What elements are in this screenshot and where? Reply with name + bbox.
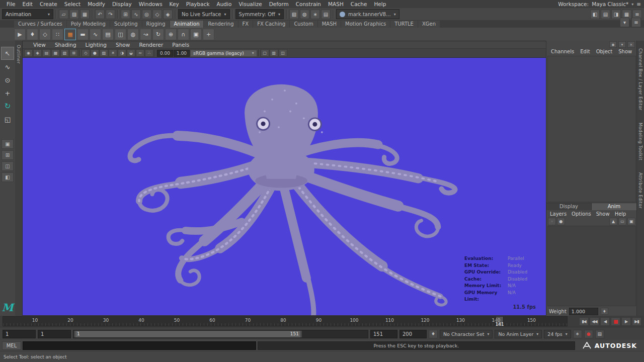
no-live-surface-field[interactable]: No Live Surface▾ bbox=[178, 9, 230, 19]
anti-alias-icon[interactable]: ∴ bbox=[145, 49, 153, 57]
step-forward-frame-button[interactable]: ▶ bbox=[621, 317, 631, 326]
close-panel-icon[interactable]: × bbox=[627, 41, 635, 48]
isolate-select-icon[interactable]: ▢ bbox=[261, 49, 269, 57]
shelf-tab-animation[interactable]: Animation bbox=[170, 21, 204, 28]
shelf-tab-curves-surfaces[interactable]: Curves / Surfaces bbox=[14, 21, 66, 28]
menu-set-dropdown[interactable]: Animation ▾ bbox=[2, 9, 53, 19]
viewport-menu-view[interactable]: View bbox=[29, 42, 50, 48]
animation-preferences-icon[interactable]: ▤ bbox=[595, 330, 604, 338]
menu-visualize[interactable]: Visualize bbox=[235, 1, 265, 7]
sidebar-tab-channel-box-layer-editor[interactable]: Channel Box / Layer Editor bbox=[638, 44, 643, 115]
lock-camera-icon[interactable]: ◈ bbox=[33, 49, 42, 57]
shelf-tab-poly-modeling[interactable]: Poly Modeling bbox=[67, 21, 110, 28]
undo-icon[interactable]: ↶ bbox=[95, 10, 105, 19]
command-input[interactable] bbox=[23, 341, 256, 350]
redo-icon[interactable]: ↷ bbox=[106, 10, 115, 19]
viewport-menu-shading[interactable]: Shading bbox=[50, 42, 81, 48]
go-to-end-button[interactable]: ▶▮ bbox=[632, 317, 641, 326]
shadows-icon[interactable]: ◑ bbox=[118, 49, 126, 57]
wireframe-icon[interactable]: ◇ bbox=[82, 49, 90, 57]
menu-select[interactable]: Select bbox=[61, 1, 84, 7]
layer-tab-anim[interactable]: Anim bbox=[592, 203, 637, 210]
animation-end-field[interactable]: 200 bbox=[399, 330, 427, 338]
mel-toggle-button[interactable]: MEL bbox=[2, 341, 21, 350]
playback-end-field[interactable]: 151 bbox=[370, 330, 397, 338]
layer-menu-options[interactable]: Options bbox=[569, 211, 594, 217]
sidebar-tab-modeling-toolkit[interactable]: Modeling Toolkit bbox=[638, 118, 643, 165]
channel-box-menu-edit[interactable]: Edit bbox=[577, 49, 593, 54]
rotate-tool[interactable]: ↻ bbox=[2, 100, 14, 112]
go-to-start-button[interactable]: ▮◀ bbox=[579, 317, 589, 326]
render-current-frame-icon[interactable]: ▧ bbox=[289, 10, 299, 19]
pan-zoom-icon[interactable]: ⊞ bbox=[69, 49, 78, 57]
save-scene-icon[interactable]: ▦ bbox=[80, 10, 90, 19]
set-key-icon[interactable]: ♦ bbox=[429, 330, 438, 338]
shelf-tab-motion-graphics[interactable]: Motion Graphics bbox=[341, 21, 390, 28]
shelf-ghosting-icon[interactable]: ◍ bbox=[127, 29, 139, 40]
side-by-side-layout-button[interactable]: ◧ bbox=[2, 172, 14, 182]
menu-mash[interactable]: MASH bbox=[325, 1, 347, 7]
view-transform-dropdown[interactable]: sRGB gamma (legacy)▾ bbox=[190, 50, 257, 57]
scale-tool[interactable]: ◱ bbox=[2, 113, 14, 125]
shelf-tab-turtle[interactable]: TURTLE bbox=[390, 21, 418, 28]
display-layer-icon[interactable]: ▤ bbox=[321, 10, 331, 19]
account-menu[interactable]: mark.tannerV8...▾ bbox=[336, 9, 399, 19]
select-camera-icon[interactable]: ◉ bbox=[24, 49, 33, 57]
channel-box-list[interactable] bbox=[547, 56, 636, 202]
menu-display[interactable]: Display bbox=[109, 1, 135, 7]
shelf-tab-rendering[interactable]: Rendering bbox=[204, 21, 237, 28]
menu-audio[interactable]: Audio bbox=[213, 1, 235, 7]
menu-cache[interactable]: Cache bbox=[347, 1, 371, 7]
textured-icon[interactable]: ▨ bbox=[100, 49, 108, 57]
make-live-icon[interactable]: ◈ bbox=[163, 10, 173, 19]
smooth-shade-icon[interactable]: ● bbox=[91, 49, 99, 57]
menu-create[interactable]: Create bbox=[36, 1, 61, 7]
snap-point-icon[interactable]: ◎ bbox=[142, 10, 151, 19]
shelf-graph-editor-icon[interactable]: ∿ bbox=[90, 29, 101, 40]
panel-bookmark-icon[interactable]: ▾ bbox=[618, 41, 626, 48]
menu-key[interactable]: Key bbox=[166, 1, 183, 7]
snap-grid-icon[interactable]: ⊞ bbox=[121, 10, 130, 19]
shelf-tab-custom[interactable]: Custom bbox=[290, 21, 317, 28]
shelf-tab-xgen[interactable]: XGen bbox=[418, 21, 440, 28]
snap-plane-icon[interactable]: ◇ bbox=[152, 10, 162, 19]
channel-box-menu-show[interactable]: Show bbox=[615, 49, 635, 54]
menu-constrain[interactable]: Constrain bbox=[292, 1, 325, 7]
symmetry-field[interactable]: Symmetry: Off▾ bbox=[235, 9, 284, 19]
viewport-menu-renderer[interactable]: Renderer bbox=[134, 42, 168, 48]
shelf-mash-icon[interactable]: + bbox=[203, 29, 214, 40]
layer-menu-show[interactable]: Show bbox=[594, 211, 612, 217]
range-slider[interactable]: 1 151 bbox=[73, 330, 368, 338]
create-layer-from-selected-icon[interactable]: ▣ bbox=[627, 218, 635, 225]
select-tool[interactable]: ↖ bbox=[1, 47, 14, 60]
character-set-dropdown[interactable]: No Character Set▾ bbox=[440, 330, 493, 338]
stop-button[interactable]: ■ bbox=[611, 317, 620, 326]
four-pane-layout-button[interactable]: ⊞ bbox=[2, 150, 14, 160]
menu-windows[interactable]: Windows bbox=[135, 1, 166, 7]
weight-field[interactable]: 1.000 bbox=[569, 308, 598, 315]
camera-attributes-icon[interactable]: ▤ bbox=[42, 49, 51, 57]
viewport-canvas[interactable]: Evaluation:ParallelEM State:ReadyGPU Ove… bbox=[23, 58, 546, 315]
image-plane-icon[interactable]: ▧ bbox=[60, 49, 69, 57]
shelf-dope-sheet-icon[interactable]: ▤ bbox=[102, 29, 114, 40]
shelf-options-icon[interactable]: ▾ bbox=[620, 18, 629, 27]
step-back-key-button[interactable]: ◀◀ bbox=[590, 317, 599, 326]
playback-options-icon[interactable]: ∗ bbox=[573, 330, 582, 338]
bookmarks-icon[interactable]: ▦ bbox=[51, 49, 60, 57]
menu-modify[interactable]: Modify bbox=[84, 1, 109, 7]
shelf-tab-mash[interactable]: MASH bbox=[318, 21, 341, 28]
persp-outliner-layout-button[interactable]: ◫ bbox=[2, 161, 14, 171]
channel-box-menu-channels[interactable]: Channels bbox=[548, 49, 577, 54]
shelf-ik-handle-icon[interactable]: ∩ bbox=[178, 29, 189, 40]
menu-playback[interactable]: Playback bbox=[183, 1, 213, 7]
layer-menu-layers[interactable]: Layers bbox=[547, 211, 569, 217]
channel-box-menu-object[interactable]: Object bbox=[593, 49, 616, 54]
move-tool[interactable]: + bbox=[2, 87, 14, 99]
shelf-tab-rigging[interactable]: Rigging bbox=[142, 21, 170, 28]
shelf-motion-trail-icon[interactable]: ↝ bbox=[140, 29, 151, 40]
new-scene-icon[interactable]: ▱ bbox=[59, 10, 68, 19]
shelf-set-key-icon[interactable]: ♦ bbox=[27, 29, 38, 40]
layer-menu-help[interactable]: Help bbox=[612, 211, 629, 217]
anim-layer-dropdown[interactable]: No Anim Layer▾ bbox=[495, 330, 542, 338]
shelf-create-clip-icon[interactable]: ▬ bbox=[77, 29, 89, 40]
